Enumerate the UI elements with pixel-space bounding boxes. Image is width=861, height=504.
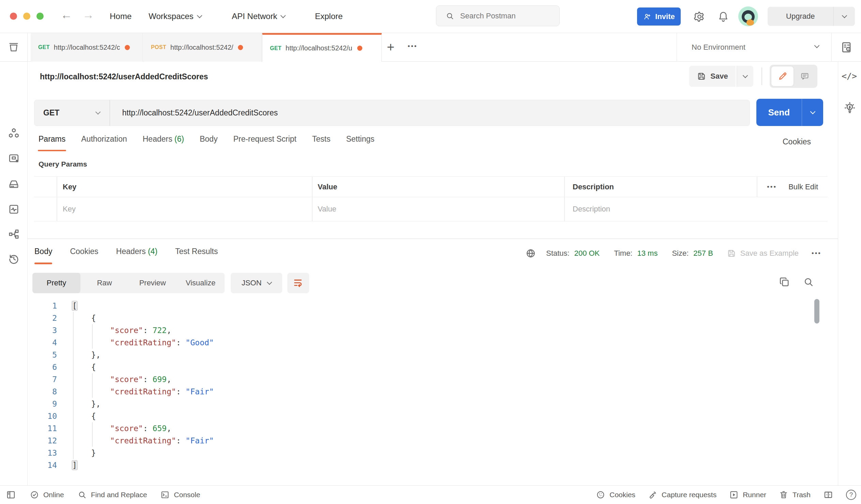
status-value: 200 OK bbox=[574, 249, 600, 258]
nav-api-network[interactable]: API Network bbox=[232, 0, 285, 33]
response-tab-headers[interactable]: Headers (4) bbox=[116, 247, 158, 264]
environment-selector[interactable]: No Environment bbox=[692, 43, 746, 52]
code-snippet-icon[interactable]: </> bbox=[842, 71, 857, 81]
save-dropdown-button[interactable] bbox=[737, 66, 753, 87]
tab-headers[interactable]: Headers (6) bbox=[143, 135, 184, 151]
tab-params[interactable]: Params bbox=[39, 135, 66, 151]
upgrade-button[interactable]: Upgrade bbox=[768, 7, 855, 26]
params-more-icon[interactable]: ••• bbox=[767, 183, 777, 191]
two-pane-icon[interactable] bbox=[823, 489, 834, 500]
bottom-status-bar: Online Find and Replace Console Cookies … bbox=[0, 485, 861, 504]
collections-sidebar-cell[interactable] bbox=[0, 33, 28, 62]
copy-icon[interactable] bbox=[778, 276, 790, 288]
response-body-code[interactable]: 1[2 {3 "score": 722,4 "creditRating": "G… bbox=[27, 300, 815, 471]
response-tab-body[interactable]: Body bbox=[35, 247, 52, 264]
edit-pencil-toggle[interactable] bbox=[771, 66, 793, 86]
tab-body[interactable]: Body bbox=[200, 135, 217, 151]
save-as-example-button[interactable]: Save as Example bbox=[727, 249, 798, 258]
request-tabs: Params Authorization Headers (6) Body Pr… bbox=[39, 135, 374, 151]
view-preview[interactable]: Preview bbox=[128, 273, 177, 293]
find-and-replace[interactable]: Find and Replace bbox=[77, 490, 147, 500]
nav-explore[interactable]: Explore bbox=[315, 0, 343, 33]
flows-icon[interactable] bbox=[8, 228, 20, 240]
nav-workspaces[interactable]: Workspaces bbox=[149, 0, 202, 33]
cookies-link[interactable]: Cookies bbox=[783, 137, 811, 146]
window-minimize-button[interactable] bbox=[23, 13, 30, 20]
save-floppy-icon bbox=[727, 249, 736, 258]
key-placeholder[interactable]: Key bbox=[63, 205, 76, 213]
request-tab-3-active[interactable]: GET http://localhost:5242/u bbox=[262, 33, 382, 62]
line-number: 2 bbox=[27, 314, 57, 322]
online-status[interactable]: Online bbox=[29, 490, 64, 500]
format-selector[interactable]: JSON bbox=[231, 273, 282, 293]
window-close-button[interactable] bbox=[10, 13, 17, 20]
response-tab-test-results[interactable]: Test Results bbox=[175, 247, 218, 264]
tab-settings[interactable]: Settings bbox=[346, 135, 374, 151]
environments-icon[interactable] bbox=[8, 152, 20, 165]
find-icon bbox=[77, 490, 87, 500]
globe-icon[interactable] bbox=[525, 248, 536, 259]
response-meta: Status: 200 OK Time: 13 ms Size: 257 B S… bbox=[525, 248, 821, 259]
chevron-down-icon[interactable] bbox=[814, 43, 820, 48]
request-tab-1[interactable]: GET http://localhost:5242/c bbox=[31, 33, 143, 62]
search-input[interactable]: Search Postman bbox=[436, 5, 560, 26]
description-placeholder[interactable]: Description bbox=[573, 205, 610, 213]
user-avatar[interactable] bbox=[738, 6, 758, 26]
view-visualize[interactable]: Visualize bbox=[177, 273, 224, 293]
new-tab-button[interactable]: + bbox=[387, 40, 394, 55]
console-button[interactable]: Console bbox=[160, 490, 200, 500]
save-floppy-icon bbox=[697, 71, 706, 81]
request-tab-2[interactable]: POST http://localhost:5242/ bbox=[144, 33, 262, 62]
indent-guide bbox=[73, 312, 73, 459]
view-raw[interactable]: Raw bbox=[80, 273, 128, 293]
save-button[interactable]: Save bbox=[689, 66, 736, 87]
status-label: Status: bbox=[546, 249, 569, 258]
avatar-cat bbox=[747, 19, 754, 26]
send-dropdown-button[interactable] bbox=[802, 111, 823, 114]
tab-authorization[interactable]: Authorization bbox=[81, 135, 127, 151]
postman-app: ← → Home Workspaces API Network Explore … bbox=[0, 0, 861, 504]
mock-servers-icon[interactable] bbox=[8, 178, 20, 190]
sidebar-toggle-icon[interactable] bbox=[5, 489, 16, 500]
comment-icon bbox=[800, 71, 810, 81]
help-button[interactable]: ? bbox=[846, 490, 856, 500]
view-pretty[interactable]: Pretty bbox=[32, 273, 80, 293]
back-arrow-icon[interactable]: ← bbox=[61, 8, 72, 22]
upgrade-dropdown[interactable] bbox=[834, 15, 855, 18]
search-response-icon[interactable] bbox=[802, 276, 815, 288]
params-empty-row[interactable]: Key Value Description bbox=[34, 197, 828, 221]
runner-button[interactable]: Runner bbox=[729, 490, 766, 500]
tab-url: http://localhost:5242/u bbox=[286, 44, 353, 52]
apis-icon[interactable] bbox=[8, 127, 20, 140]
monitors-icon[interactable] bbox=[8, 203, 20, 215]
history-icon[interactable] bbox=[8, 253, 20, 265]
response-more-icon[interactable]: ••• bbox=[811, 250, 821, 257]
unsaved-dot-icon bbox=[125, 45, 130, 50]
code-scrollbar-thumb[interactable] bbox=[814, 299, 819, 323]
tab-pre-request-script[interactable]: Pre-request Script bbox=[233, 135, 296, 151]
url-input[interactable]: http://localhost:5242/userAddedCreditSco… bbox=[110, 108, 278, 117]
forward-arrow-icon[interactable]: → bbox=[82, 8, 94, 22]
send-button[interactable]: Send bbox=[756, 99, 823, 126]
method-selector[interactable]: GET bbox=[35, 108, 109, 117]
window-zoom-button[interactable] bbox=[37, 13, 44, 20]
nav-home[interactable]: Home bbox=[110, 0, 132, 33]
invite-button[interactable]: Invite bbox=[637, 8, 681, 26]
value-placeholder[interactable]: Value bbox=[318, 205, 337, 213]
cookies-button[interactable]: Cookies bbox=[596, 490, 636, 500]
settings-gear-icon[interactable] bbox=[693, 10, 706, 23]
trash-button[interactable]: Trash bbox=[779, 490, 810, 500]
wrap-lines-button[interactable] bbox=[287, 273, 309, 293]
bulk-edit-button[interactable]: Bulk Edit bbox=[789, 183, 818, 191]
capture-requests-button[interactable]: Capture requests bbox=[647, 490, 716, 500]
search-icon bbox=[445, 11, 455, 21]
tab-options-icon[interactable]: ••• bbox=[408, 43, 418, 50]
response-tab-cookies[interactable]: Cookies bbox=[70, 247, 98, 264]
tab-tests[interactable]: Tests bbox=[312, 135, 331, 151]
unsaved-dot-icon bbox=[238, 45, 243, 50]
notifications-bell-icon[interactable] bbox=[717, 11, 729, 23]
online-check-icon bbox=[29, 490, 40, 500]
comments-toggle[interactable] bbox=[793, 66, 816, 86]
postbot-bulb-icon[interactable] bbox=[843, 101, 857, 115]
environment-quick-look-icon[interactable] bbox=[840, 41, 853, 54]
